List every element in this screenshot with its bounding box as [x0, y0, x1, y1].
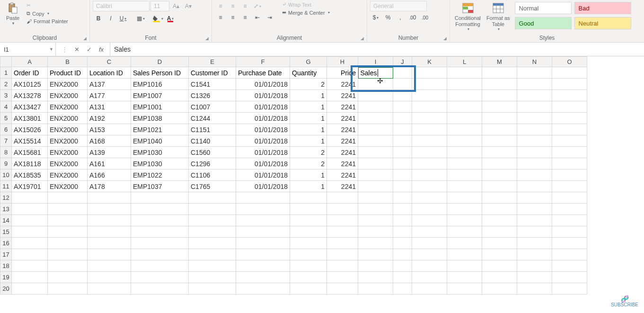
cell-A3[interactable]: AX13278 — [12, 90, 48, 101]
cell-A19[interactable] — [12, 272, 48, 283]
column-header-I[interactable]: I — [358, 57, 393, 67]
cell-K15[interactable] — [412, 226, 447, 238]
dialog-launcher-icon[interactable]: ◢ — [443, 36, 447, 41]
cell-G17[interactable] — [290, 249, 327, 260]
cell-L15[interactable] — [447, 226, 482, 238]
align-top-icon[interactable]: ≡ — [215, 1, 226, 11]
format-as-table-button[interactable]: Format as Table▾ — [485, 1, 512, 32]
cell-G9[interactable]: 2 — [290, 158, 327, 170]
bold-button[interactable]: B — [93, 13, 104, 24]
cell-F5[interactable]: 01/01/2018 — [236, 113, 290, 124]
cell-F13[interactable] — [236, 204, 290, 215]
cell-B15[interactable] — [48, 226, 88, 238]
cell-G15[interactable] — [290, 226, 327, 238]
cell-L1[interactable] — [447, 67, 482, 79]
cell-J18[interactable] — [393, 260, 412, 272]
worksheet-grid[interactable]: ABCDEFGHIJKLMNO 1Order IDProduct IDLocat… — [0, 56, 644, 295]
cell-N3[interactable] — [517, 90, 552, 101]
cell-C11[interactable]: A178 — [88, 181, 131, 192]
cell-D6[interactable]: EMP1021 — [131, 124, 189, 135]
cell-L13[interactable] — [447, 204, 482, 215]
conditional-formatting-button[interactable]: Conditional Formatting▾ — [453, 1, 483, 32]
cell-I9[interactable] — [358, 158, 393, 170]
cell-C8[interactable]: A139 — [88, 147, 131, 158]
cell-H1[interactable]: Price — [327, 67, 358, 79]
cell-B14[interactable] — [48, 215, 88, 226]
cell-H2[interactable]: 2241 — [327, 79, 358, 90]
row-header[interactable]: 20 — [0, 283, 12, 295]
cell-N19[interactable] — [517, 272, 552, 283]
cell-O7[interactable] — [552, 135, 587, 147]
cell-M19[interactable] — [482, 272, 517, 283]
cell-G6[interactable]: 1 — [290, 124, 327, 135]
cell-F6[interactable]: 01/01/2018 — [236, 124, 290, 135]
cell-H18[interactable] — [327, 260, 358, 272]
column-header-K[interactable]: K — [412, 57, 447, 67]
cell-D11[interactable]: EMP1037 — [131, 181, 189, 192]
cell-J5[interactable] — [393, 113, 412, 124]
cell-D4[interactable]: EMP1001 — [131, 101, 189, 113]
increase-font-icon[interactable]: A▴ — [170, 1, 182, 11]
cell-F19[interactable] — [236, 272, 290, 283]
cell-M13[interactable] — [482, 204, 517, 215]
cell-M11[interactable] — [482, 181, 517, 192]
cell-D13[interactable] — [131, 204, 189, 215]
cell-K20[interactable] — [412, 283, 447, 295]
cell-K11[interactable] — [412, 181, 447, 192]
cell-F1[interactable]: Purchase Date — [236, 67, 290, 79]
cell-J10[interactable] — [393, 170, 412, 181]
cell-K14[interactable] — [412, 215, 447, 226]
cell-I2[interactable] — [358, 79, 393, 90]
cell-F3[interactable]: 01/01/2018 — [236, 90, 290, 101]
cell-A18[interactable] — [12, 260, 48, 272]
align-bottom-icon[interactable]: ≡ — [239, 1, 251, 11]
cell-D1[interactable]: Sales Person ID — [131, 67, 189, 79]
column-header-G[interactable]: G — [290, 57, 327, 67]
cell-O6[interactable] — [552, 124, 587, 135]
cell-H20[interactable] — [327, 283, 358, 295]
cell-E18[interactable] — [189, 260, 236, 272]
row-header[interactable]: 19 — [0, 272, 12, 283]
column-header-L[interactable]: L — [447, 57, 482, 67]
cell-I4[interactable] — [358, 101, 393, 113]
cell-G3[interactable]: 1 — [290, 90, 327, 101]
cell-B18[interactable] — [48, 260, 88, 272]
number-format-combo[interactable]: General — [370, 1, 427, 11]
cell-M5[interactable] — [482, 113, 517, 124]
column-header-B[interactable]: B — [48, 57, 88, 67]
cell-C2[interactable]: A137 — [88, 79, 131, 90]
row-header[interactable]: 5 — [0, 113, 12, 124]
cell-E12[interactable] — [189, 192, 236, 204]
cell-N9[interactable] — [517, 158, 552, 170]
cell-F9[interactable]: 01/01/2018 — [236, 158, 290, 170]
cell-G1[interactable]: Quantity — [290, 67, 327, 79]
dialog-launcher-icon[interactable]: ◢ — [83, 36, 87, 41]
cell-K5[interactable] — [412, 113, 447, 124]
cell-B11[interactable]: ENX2000 — [48, 181, 88, 192]
cell-N5[interactable] — [517, 113, 552, 124]
cell-I7[interactable] — [358, 135, 393, 147]
cell-J17[interactable] — [393, 249, 412, 260]
increase-indent-icon[interactable]: ⇥ — [264, 12, 275, 23]
cell-A12[interactable] — [12, 192, 48, 204]
cell-J2[interactable] — [393, 79, 412, 90]
cell-N15[interactable] — [517, 226, 552, 238]
column-header-A[interactable]: A — [12, 57, 48, 67]
decrease-indent-icon[interactable]: ⇤ — [252, 12, 263, 23]
cell-A10[interactable]: AX18535 — [12, 170, 48, 181]
row-header[interactable]: 16 — [0, 238, 12, 249]
cell-I1[interactable] — [358, 67, 393, 79]
cell-L3[interactable] — [447, 90, 482, 101]
cell-L4[interactable] — [447, 101, 482, 113]
cell-B20[interactable] — [48, 283, 88, 295]
cell-E5[interactable]: C1244 — [189, 113, 236, 124]
percent-format-icon[interactable]: % — [382, 12, 394, 23]
cell-N11[interactable] — [517, 181, 552, 192]
cell-N18[interactable] — [517, 260, 552, 272]
cell-G2[interactable]: 2 — [290, 79, 327, 90]
row-header[interactable]: 14 — [0, 215, 12, 226]
cell-N7[interactable] — [517, 135, 552, 147]
cell-O4[interactable] — [552, 101, 587, 113]
cell-J20[interactable] — [393, 283, 412, 295]
cell-A8[interactable]: AX15681 — [12, 147, 48, 158]
